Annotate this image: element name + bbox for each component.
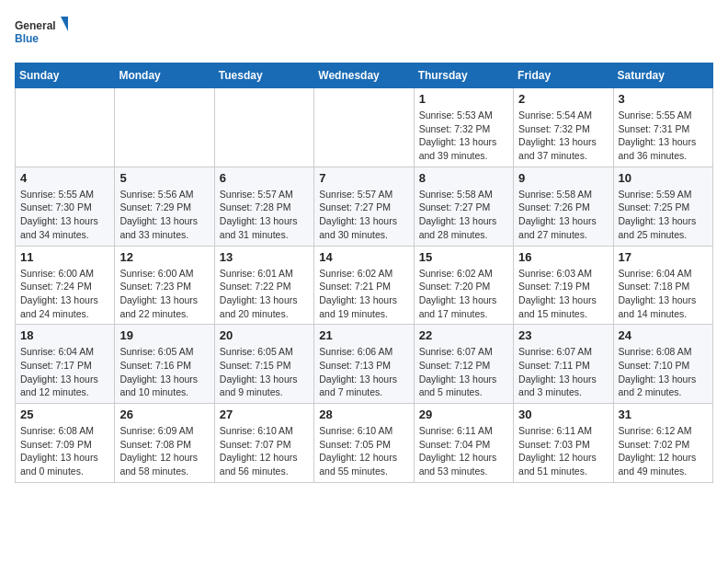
day-number: 4 (20, 171, 109, 185)
day-number: 24 (619, 328, 708, 342)
weekday-header-friday: Friday (514, 63, 613, 88)
day-info: Sunrise: 5:55 AM Sunset: 7:30 PM Dayligh… (20, 188, 109, 242)
calendar-cell: 21Sunrise: 6:06 AM Sunset: 7:13 PM Dayli… (314, 325, 414, 404)
calendar-cell: 14Sunrise: 6:02 AM Sunset: 7:21 PM Dayli… (314, 246, 414, 325)
calendar-cell: 13Sunrise: 6:01 AM Sunset: 7:22 PM Dayli… (214, 246, 313, 325)
day-number: 26 (119, 408, 209, 421)
calendar-cell: 2Sunrise: 5:54 AM Sunset: 7:32 PM Daylig… (514, 88, 613, 167)
day-number: 3 (619, 92, 708, 106)
week-row-1: 1Sunrise: 5:53 AM Sunset: 7:32 PM Daylig… (16, 88, 713, 167)
calendar-cell: 17Sunrise: 6:04 AM Sunset: 7:18 PM Dayli… (613, 246, 712, 325)
day-info: Sunrise: 6:07 AM Sunset: 7:12 PM Dayligh… (419, 345, 508, 399)
day-info: Sunrise: 6:11 AM Sunset: 7:03 PM Dayligh… (518, 424, 608, 478)
logo: General Blue (15, 15, 70, 52)
calendar-cell: 16Sunrise: 6:03 AM Sunset: 7:19 PM Dayli… (514, 246, 613, 325)
day-info: Sunrise: 6:12 AM Sunset: 7:02 PM Dayligh… (619, 424, 708, 478)
day-number: 29 (419, 408, 508, 421)
weekday-header-monday: Monday (115, 63, 214, 88)
day-info: Sunrise: 6:02 AM Sunset: 7:20 PM Dayligh… (419, 267, 508, 321)
day-info: Sunrise: 6:06 AM Sunset: 7:13 PM Dayligh… (319, 345, 408, 399)
day-number: 18 (20, 328, 109, 342)
week-row-4: 18Sunrise: 6:04 AM Sunset: 7:17 PM Dayli… (16, 325, 713, 404)
weekday-header-saturday: Saturday (613, 63, 712, 88)
day-info: Sunrise: 5:56 AM Sunset: 7:29 PM Dayligh… (119, 188, 209, 242)
calendar-cell: 11Sunrise: 6:00 AM Sunset: 7:24 PM Dayli… (16, 246, 115, 325)
day-info: Sunrise: 5:55 AM Sunset: 7:31 PM Dayligh… (619, 109, 708, 163)
calendar-cell: 26Sunrise: 6:09 AM Sunset: 7:08 PM Dayli… (115, 404, 214, 483)
day-number: 1 (419, 92, 508, 106)
day-number: 10 (619, 171, 708, 185)
calendar-cell: 20Sunrise: 6:05 AM Sunset: 7:15 PM Dayli… (214, 325, 313, 404)
day-info: Sunrise: 5:53 AM Sunset: 7:32 PM Dayligh… (419, 109, 508, 163)
day-number: 6 (220, 171, 309, 185)
day-number: 21 (319, 328, 408, 342)
day-info: Sunrise: 6:05 AM Sunset: 7:16 PM Dayligh… (119, 345, 209, 399)
page-header: General Blue (15, 15, 713, 52)
day-info: Sunrise: 5:57 AM Sunset: 7:28 PM Dayligh… (220, 188, 309, 242)
day-info: Sunrise: 6:04 AM Sunset: 7:18 PM Dayligh… (619, 267, 708, 321)
day-number: 15 (419, 250, 508, 264)
calendar-cell: 15Sunrise: 6:02 AM Sunset: 7:20 PM Dayli… (414, 246, 513, 325)
day-info: Sunrise: 6:10 AM Sunset: 7:05 PM Dayligh… (319, 424, 408, 478)
day-number: 30 (518, 408, 608, 421)
week-row-5: 25Sunrise: 6:08 AM Sunset: 7:09 PM Dayli… (16, 404, 713, 483)
day-number: 16 (518, 250, 608, 264)
day-info: Sunrise: 6:03 AM Sunset: 7:19 PM Dayligh… (518, 267, 608, 321)
weekday-header-thursday: Thursday (414, 63, 513, 88)
day-info: Sunrise: 5:57 AM Sunset: 7:27 PM Dayligh… (319, 188, 408, 242)
day-number: 25 (20, 408, 109, 421)
calendar-cell: 23Sunrise: 6:07 AM Sunset: 7:11 PM Dayli… (514, 325, 613, 404)
day-number: 5 (119, 171, 209, 185)
calendar-cell (16, 88, 115, 167)
day-info: Sunrise: 6:10 AM Sunset: 7:07 PM Dayligh… (220, 424, 309, 478)
day-info: Sunrise: 6:08 AM Sunset: 7:09 PM Dayligh… (20, 424, 109, 478)
calendar-cell: 4Sunrise: 5:55 AM Sunset: 7:30 PM Daylig… (16, 167, 115, 246)
calendar-cell: 24Sunrise: 6:08 AM Sunset: 7:10 PM Dayli… (613, 325, 712, 404)
week-row-3: 11Sunrise: 6:00 AM Sunset: 7:24 PM Dayli… (16, 246, 713, 325)
svg-marker-2 (61, 17, 68, 31)
day-number: 2 (518, 92, 608, 106)
day-number: 28 (319, 408, 408, 421)
calendar-cell: 19Sunrise: 6:05 AM Sunset: 7:16 PM Dayli… (115, 325, 214, 404)
week-row-2: 4Sunrise: 5:55 AM Sunset: 7:30 PM Daylig… (16, 167, 713, 246)
calendar-cell (314, 88, 414, 167)
day-number: 27 (220, 408, 309, 421)
calendar-cell: 18Sunrise: 6:04 AM Sunset: 7:17 PM Dayli… (16, 325, 115, 404)
svg-text:Blue: Blue (15, 32, 39, 45)
calendar-cell: 12Sunrise: 6:00 AM Sunset: 7:23 PM Dayli… (115, 246, 214, 325)
day-number: 7 (319, 171, 408, 185)
day-number: 9 (518, 171, 608, 185)
day-number: 14 (319, 250, 408, 264)
day-number: 8 (419, 171, 508, 185)
day-info: Sunrise: 6:02 AM Sunset: 7:21 PM Dayligh… (319, 267, 408, 321)
day-info: Sunrise: 5:58 AM Sunset: 7:27 PM Dayligh… (419, 188, 508, 242)
calendar-cell: 25Sunrise: 6:08 AM Sunset: 7:09 PM Dayli… (16, 404, 115, 483)
svg-text:General: General (15, 19, 56, 32)
calendar-cell: 6Sunrise: 5:57 AM Sunset: 7:28 PM Daylig… (214, 167, 313, 246)
calendar-cell (214, 88, 313, 167)
calendar-cell: 29Sunrise: 6:11 AM Sunset: 7:04 PM Dayli… (414, 404, 513, 483)
calendar-cell: 9Sunrise: 5:58 AM Sunset: 7:26 PM Daylig… (514, 167, 613, 246)
day-info: Sunrise: 6:09 AM Sunset: 7:08 PM Dayligh… (119, 424, 209, 478)
day-info: Sunrise: 5:54 AM Sunset: 7:32 PM Dayligh… (518, 109, 608, 163)
calendar-cell: 30Sunrise: 6:11 AM Sunset: 7:03 PM Dayli… (514, 404, 613, 483)
calendar-cell: 5Sunrise: 5:56 AM Sunset: 7:29 PM Daylig… (115, 167, 214, 246)
day-number: 19 (119, 328, 209, 342)
day-info: Sunrise: 6:01 AM Sunset: 7:22 PM Dayligh… (220, 267, 309, 321)
day-info: Sunrise: 6:11 AM Sunset: 7:04 PM Dayligh… (419, 424, 508, 478)
day-number: 12 (119, 250, 209, 264)
calendar-cell: 27Sunrise: 6:10 AM Sunset: 7:07 PM Dayli… (214, 404, 313, 483)
day-number: 17 (619, 250, 708, 264)
day-info: Sunrise: 5:58 AM Sunset: 7:26 PM Dayligh… (518, 188, 608, 242)
calendar-cell: 31Sunrise: 6:12 AM Sunset: 7:02 PM Dayli… (613, 404, 712, 483)
logo-svg: General Blue (15, 15, 70, 52)
day-info: Sunrise: 5:59 AM Sunset: 7:25 PM Dayligh… (619, 188, 708, 242)
weekday-header-tuesday: Tuesday (214, 63, 313, 88)
day-number: 11 (20, 250, 109, 264)
calendar-cell: 10Sunrise: 5:59 AM Sunset: 7:25 PM Dayli… (613, 167, 712, 246)
calendar-cell: 8Sunrise: 5:58 AM Sunset: 7:27 PM Daylig… (414, 167, 513, 246)
day-info: Sunrise: 6:04 AM Sunset: 7:17 PM Dayligh… (20, 345, 109, 399)
calendar-cell: 1Sunrise: 5:53 AM Sunset: 7:32 PM Daylig… (414, 88, 513, 167)
calendar-cell (115, 88, 214, 167)
day-number: 13 (220, 250, 309, 264)
